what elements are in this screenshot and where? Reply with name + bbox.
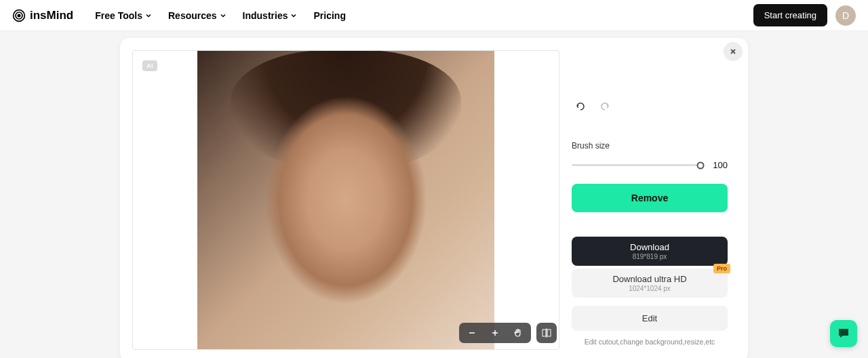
svg-rect-3 — [542, 330, 546, 336]
brand-logo[interactable]: insMind — [12, 9, 73, 22]
brush-size-slider-row: 100 — [572, 160, 728, 170]
brush-size-slider[interactable] — [572, 164, 701, 166]
nav-resources-label: Resources — [168, 10, 217, 21]
ai-badge: AI — [142, 60, 157, 71]
zoom-in-button[interactable] — [489, 327, 501, 339]
user-avatar[interactable]: D — [835, 5, 856, 26]
chat-icon — [836, 326, 851, 341]
brush-size-label: Brush size — [572, 141, 728, 151]
download-title: Download — [577, 242, 722, 252]
nav-free-tools-label: Free Tools — [95, 10, 142, 21]
main-nav: Free Tools Resources Industries Pricing — [95, 10, 346, 21]
brand-name: insMind — [30, 9, 73, 22]
hand-icon — [513, 327, 524, 338]
download-hd-button[interactable]: Pro Download ultra HD 1024*1024 px — [572, 268, 728, 298]
plus-icon — [490, 328, 500, 338]
chevron-down-icon — [145, 12, 152, 19]
history-controls — [574, 100, 728, 113]
edit-button[interactable]: Edit — [572, 306, 728, 331]
brush-size-value: 100 — [709, 160, 728, 170]
redo-button — [599, 100, 611, 113]
header: insMind Free Tools Resources Industries … — [0, 0, 868, 31]
download-sub: 819*819 px — [577, 253, 722, 260]
canvas-area: AI — [120, 38, 572, 358]
nav-resources[interactable]: Resources — [168, 10, 226, 21]
header-right: Start creating D — [753, 4, 856, 26]
zoom-out-button[interactable] — [466, 327, 478, 339]
redo-icon — [599, 100, 611, 113]
pan-button[interactable] — [512, 327, 524, 339]
download-hd-sub: 1024*1024 px — [577, 285, 722, 292]
start-creating-button[interactable]: Start creating — [753, 4, 827, 26]
nav-pricing[interactable]: Pricing — [313, 10, 345, 21]
sidebar: Brush size 100 Remove Download 819*819 p… — [572, 38, 748, 358]
chevron-down-icon — [220, 12, 226, 19]
brush-size-section: Brush size 100 — [572, 141, 728, 170]
compare-button[interactable] — [536, 323, 557, 343]
download-section: Download 819*819 px Pro Download ultra H… — [572, 237, 728, 346]
chevron-down-icon — [290, 12, 297, 19]
minus-icon — [467, 328, 477, 338]
nav-industries-label: Industries — [243, 10, 288, 21]
undo-icon — [574, 100, 587, 113]
canvas-container[interactable]: AI — [132, 50, 559, 350]
nav-industries[interactable]: Industries — [243, 10, 298, 21]
download-hd-title: Download ultra HD — [577, 274, 722, 284]
brand-logo-icon — [12, 9, 26, 22]
pro-badge: Pro — [713, 264, 730, 273]
chat-support-button[interactable] — [830, 320, 857, 347]
undo-button[interactable] — [574, 100, 587, 113]
svg-point-2 — [18, 14, 20, 16]
compare-icon — [541, 327, 552, 338]
nav-pricing-label: Pricing — [313, 10, 345, 21]
svg-rect-4 — [547, 330, 551, 336]
brush-size-slider-thumb[interactable] — [697, 161, 705, 169]
canvas-zoom-controls — [459, 323, 531, 343]
remove-button[interactable]: Remove — [572, 184, 728, 212]
image-detail — [251, 90, 441, 334]
close-icon — [729, 47, 737, 56]
main-area: AI — [0, 31, 868, 358]
edited-image — [197, 50, 494, 350]
close-button[interactable] — [724, 42, 743, 61]
editor-card: AI — [120, 38, 748, 358]
nav-free-tools[interactable]: Free Tools — [95, 10, 152, 21]
edit-hint: Edit cutout,change background,resize,etc — [572, 338, 728, 346]
download-button[interactable]: Download 819*819 px — [572, 237, 728, 266]
